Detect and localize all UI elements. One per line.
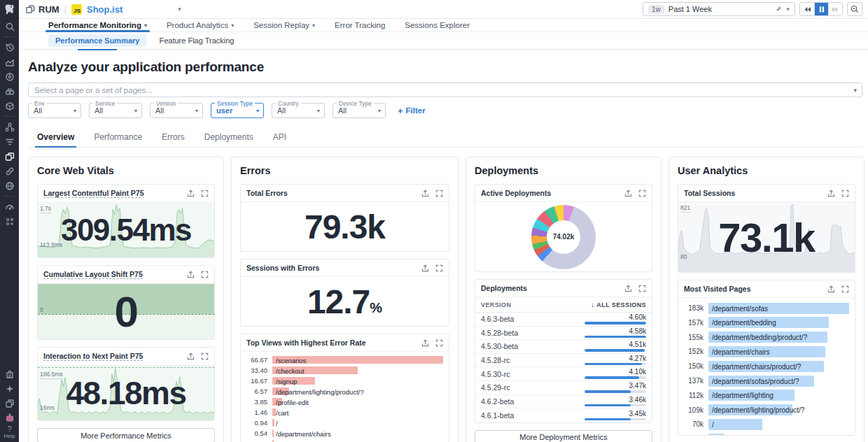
filter-select-session-type[interactable]: Session Typeuser▾ (211, 103, 264, 118)
more-performance-metrics-button[interactable]: More Performance Metrics (37, 428, 215, 442)
watchdog-icon[interactable] (0, 84, 19, 99)
globe-icon[interactable] (0, 178, 19, 193)
app-selector[interactable]: Shop.ist (87, 4, 122, 15)
bar-row[interactable]: 33.40/checkout (246, 366, 443, 375)
bar-row[interactable]: 6.57/department/lighting/product/? (246, 387, 443, 396)
tab-overview[interactable]: Overview (28, 128, 83, 147)
column-version[interactable]: VERSION (481, 301, 511, 308)
history-icon[interactable] (0, 40, 19, 55)
pin-icon[interactable] (775, 6, 782, 13)
bar-row[interactable]: 183k/department/sofas (684, 301, 849, 315)
timeseries-chart[interactable]: 166.5ms16ms48.18ms (38, 366, 214, 420)
expand-icon[interactable] (638, 285, 646, 292)
bar-row[interactable]: 137k/department/sofas/product/? (684, 374, 849, 387)
service-map-icon[interactable] (0, 120, 19, 134)
table-row[interactable]: 4.6.1-beta3.45k (475, 408, 652, 422)
expand-icon[interactable] (201, 352, 209, 360)
expand-icon[interactable] (201, 271, 209, 278)
table-row[interactable]: 4.5.29-rc3.47k (475, 381, 652, 395)
table-row[interactable]: 4.6.2-beta3.46k (475, 395, 652, 409)
donut-chart[interactable]: 74.02k (475, 202, 652, 271)
export-icon[interactable] (421, 264, 429, 272)
rum-icon[interactable] (0, 149, 19, 164)
bits-ai-icon[interactable] (0, 411, 19, 425)
skip-forward-button[interactable] (828, 3, 842, 15)
filter-select-env[interactable]: EnvAll▾ (28, 103, 81, 118)
more-deployment-metrics-button[interactable]: More Deployment Metrics (475, 430, 652, 442)
expand-icon[interactable] (841, 285, 849, 293)
column-all-sessions[interactable]: ↓ALL SESSIONS (591, 301, 646, 308)
filter-select-service[interactable]: ServiceAll▾ (89, 103, 142, 118)
export-icon[interactable] (421, 339, 429, 347)
timeseries-chart[interactable]: 1.7s113.9ms309.54ms (38, 203, 214, 257)
tab-errors[interactable]: Errors (153, 128, 194, 147)
filter-select-country[interactable]: CountryAll▾ (272, 103, 325, 118)
export-icon[interactable] (624, 285, 632, 292)
expand-icon[interactable] (841, 190, 849, 197)
chevron-down-icon[interactable]: ▾ (853, 87, 862, 94)
bar-row[interactable]: 152k/department/chairs (684, 345, 849, 358)
search-icon[interactable] (0, 19, 19, 34)
gauge-icon[interactable] (0, 199, 19, 214)
time-range-selector[interactable]: 1w Past 1 Week ▾ (643, 2, 795, 16)
tab-performance[interactable]: Performance (85, 128, 151, 147)
nav-item-sessions-explorer[interactable]: Sessions Explorer (395, 19, 479, 31)
pause-button[interactable] (814, 3, 828, 15)
bar-row[interactable]: 157k/department/bedding (684, 316, 849, 329)
tab-api[interactable]: API (264, 128, 295, 147)
bar-row[interactable]: 1.46/cart (246, 408, 443, 417)
table-row[interactable]: 4.5.28-rc4.27k (475, 354, 652, 368)
dashboards-icon[interactable] (0, 55, 19, 69)
tab-deployments[interactable]: Deployments (195, 128, 262, 147)
export-icon[interactable] (187, 190, 195, 197)
experiments-icon[interactable] (0, 214, 19, 229)
table-row[interactable]: 4.5.30-rc4.10k (475, 367, 652, 381)
nav-item-session-replay[interactable]: Session Replay▾ (244, 19, 325, 31)
bar-row[interactable]: 16.67/signup (246, 376, 443, 385)
product-switcher[interactable]: RUM (26, 4, 59, 15)
building-icon[interactable] (0, 366, 19, 381)
help-item[interactable]: ? Help (4, 425, 15, 442)
widget-title[interactable]: Interaction to Next Paint P75 (43, 352, 143, 361)
chevron-down-icon[interactable]: ▾ (178, 6, 181, 13)
bar-row[interactable]: 0.94/ (246, 418, 443, 427)
nav-item-performance-monitoring[interactable]: Performance Monitoring▾ (38, 19, 157, 31)
bar-row[interactable]: 21k/cart (684, 432, 849, 435)
filter-select-version[interactable]: VersionAll▾ (150, 103, 203, 118)
bar-row[interactable]: 150k/department/chairs/product/? (684, 359, 849, 373)
export-icon[interactable] (187, 271, 195, 278)
filter-icon[interactable] (0, 134, 19, 149)
widget-title[interactable]: Cumulative Layout Shift P75 (43, 270, 143, 279)
subnav-item-feature-flag-tracking[interactable]: Feature Flag Tracking (152, 34, 241, 47)
export-icon[interactable] (421, 190, 429, 197)
export-icon[interactable] (187, 352, 195, 360)
apm-icon[interactable] (0, 69, 19, 84)
timeseries-chart[interactable]: 00 (38, 284, 214, 339)
layers-icon[interactable] (0, 396, 19, 411)
bar-row[interactable]: 155k/department/bedding/product/? (684, 331, 849, 344)
chevron-down-icon[interactable]: ▾ (786, 6, 790, 13)
integrations-icon[interactable] (0, 99, 19, 113)
bar-row[interactable]: 66.67/scenarios (246, 355, 443, 364)
sparkle-icon[interactable] (0, 381, 19, 396)
export-icon[interactable] (827, 190, 835, 197)
table-row[interactable]: 4.6.3-beta4.60k (475, 313, 652, 327)
bar-row[interactable]: 0.48/department/sofas (246, 439, 443, 442)
bar-row[interactable]: 70k/ (684, 418, 849, 431)
bar-row[interactable]: 0.54/department/chairs (246, 429, 443, 438)
filter-select-device-type[interactable]: Device TypeAll▾ (332, 103, 386, 118)
export-icon[interactable] (827, 285, 835, 293)
expand-icon[interactable] (435, 264, 443, 272)
zoom-out-button[interactable] (847, 2, 862, 16)
expand-icon[interactable] (201, 190, 209, 197)
expand-icon[interactable] (435, 190, 443, 197)
search-input[interactable] (29, 86, 853, 94)
bar-row[interactable]: 112k/department/lighting (684, 389, 849, 402)
table-row[interactable]: 4.5.28-beta4.58k (475, 327, 652, 341)
subnav-item-performance-summary[interactable]: Performance Summary (48, 34, 146, 47)
bar-row[interactable]: 3.85/profile-edit (246, 397, 443, 406)
datadog-logo[interactable] (0, 0, 19, 19)
table-row[interactable]: 4.5.30-beta4.51k (475, 340, 652, 354)
link-icon[interactable] (0, 164, 19, 178)
widget-title[interactable]: Largest Contentful Paint P75 (43, 189, 144, 198)
